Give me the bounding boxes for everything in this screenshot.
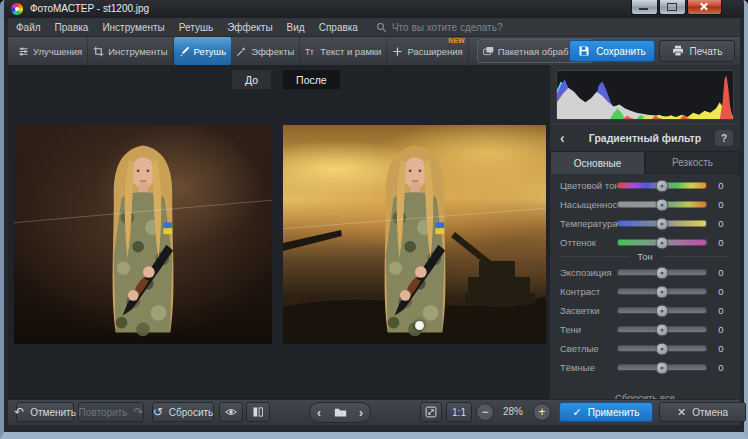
- tab-text[interactable]: Текст и рамки: [300, 37, 387, 65]
- slider-row: Засветки 0: [550, 301, 740, 320]
- actual-size-button[interactable]: 1:1: [446, 402, 472, 422]
- slider-label: Контраст: [560, 286, 617, 297]
- back-icon[interactable]: ‹: [560, 131, 565, 145]
- slider-track[interactable]: [617, 364, 707, 371]
- menu-item[interactable]: Инструменты: [102, 22, 164, 33]
- zoom-in-button[interactable]: +: [533, 403, 551, 421]
- search-box[interactable]: Что вы хотите сделать?: [376, 22, 503, 33]
- slider-track[interactable]: [617, 201, 707, 208]
- fit-screen-button[interactable]: [420, 402, 442, 422]
- slider-track[interactable]: [617, 345, 707, 352]
- redo-button[interactable]: Повторить ↷: [78, 402, 144, 422]
- prev-file-icon[interactable]: ‹: [317, 407, 321, 419]
- editor-canvas: До После: [8, 65, 549, 400]
- next-file-icon[interactable]: ›: [359, 407, 363, 419]
- tab-adjust[interactable]: Улучшения: [13, 37, 88, 65]
- cross-icon: ✕: [677, 406, 686, 419]
- slider-knob[interactable]: [656, 361, 669, 374]
- save-button[interactable]: Сохранить: [569, 40, 655, 62]
- menu-item[interactable]: Правка: [55, 22, 89, 33]
- portrait-figure: [79, 130, 207, 344]
- crop-icon: [93, 46, 104, 57]
- slider-knob[interactable]: [656, 323, 669, 336]
- slider-value: 0: [710, 286, 732, 297]
- new-badge: NEW: [448, 37, 464, 44]
- menu-item[interactable]: Справка: [319, 22, 358, 33]
- brush-icon: [179, 46, 190, 57]
- compare-view-button[interactable]: [246, 402, 270, 422]
- slider-value: 0: [710, 305, 732, 316]
- before-toggle[interactable]: До: [232, 70, 271, 89]
- panel-title: Градиентный фильтр: [550, 132, 740, 144]
- slider-knob[interactable]: [656, 285, 669, 298]
- tab-crop[interactable]: Инструменты: [88, 37, 173, 65]
- tone-section-label: Тон: [560, 250, 730, 263]
- reset-button[interactable]: ↺ Сбросить: [152, 402, 214, 422]
- slider-knob[interactable]: [656, 236, 669, 249]
- compare-icon: [252, 406, 264, 418]
- tab-basic[interactable]: Основные: [550, 151, 645, 174]
- slider-track[interactable]: [617, 288, 707, 295]
- menu-item[interactable]: Ретушь: [179, 22, 213, 33]
- folder-icon[interactable]: [334, 406, 347, 419]
- slider-knob[interactable]: [656, 217, 669, 230]
- menu-item[interactable]: Вид: [287, 22, 305, 33]
- zoom-level: 28%: [495, 406, 531, 417]
- slider-row: Насыщенность 0: [550, 195, 740, 214]
- gradient-handle[interactable]: [415, 321, 424, 330]
- close-button[interactable]: [687, 0, 722, 15]
- minimize-button[interactable]: [631, 0, 658, 15]
- print-button[interactable]: Печать: [659, 40, 735, 62]
- maximize-button[interactable]: [659, 0, 686, 15]
- slider-row: Цветовой тон 0: [550, 176, 740, 195]
- apply-button[interactable]: ✓ Применить: [559, 402, 653, 422]
- after-image[interactable]: [283, 125, 546, 344]
- zoom-out-button[interactable]: −: [476, 403, 494, 421]
- slider-label: Тени: [560, 324, 617, 335]
- slider-label: Температура: [560, 218, 617, 229]
- print-icon: [672, 45, 684, 57]
- reset-icon: ↺: [153, 406, 163, 418]
- cancel-button[interactable]: ✕ Отмена: [659, 402, 746, 422]
- help-icon[interactable]: ?: [715, 130, 733, 146]
- panel-header: ‹ Градиентный фильтр ?: [550, 124, 740, 151]
- slider-row: Контраст 0: [550, 282, 740, 301]
- slider-value: 0: [710, 199, 732, 210]
- settings-panel: ‹ Градиентный фильтр ? Основные Резкость…: [549, 65, 740, 400]
- menu-item[interactable]: Файл: [16, 22, 41, 33]
- slider-row: Экспозиция 0: [550, 263, 740, 282]
- tab-bar: Улучшения Инструменты Ретушь Эффекты Тек…: [8, 37, 740, 66]
- save-icon: [578, 45, 590, 57]
- tab-brush[interactable]: Ретушь: [174, 37, 232, 65]
- slider-label: Светлые: [560, 343, 617, 354]
- undo-button[interactable]: ↶ Отменить: [16, 402, 74, 422]
- slider-track[interactable]: [617, 220, 707, 227]
- slider-value: 0: [710, 237, 732, 248]
- tab-wand[interactable]: Эффекты: [231, 37, 300, 65]
- histogram: [556, 70, 734, 120]
- window-title: ФотоМАСТЕР - st1200.jpg: [30, 3, 149, 14]
- tab-sharpness[interactable]: Резкость: [645, 151, 740, 174]
- after-toggle[interactable]: После: [283, 70, 340, 89]
- slider-knob[interactable]: [656, 198, 669, 211]
- bottom-bar: ↶ Отменить Повторить ↷ ↺ Сбросить ‹ › 1:…: [8, 399, 740, 425]
- slider-knob[interactable]: [656, 342, 669, 355]
- eye-icon: [225, 406, 237, 418]
- app-icon: [11, 3, 23, 15]
- search-icon: [376, 22, 387, 33]
- search-placeholder: Что вы хотите сделать?: [392, 22, 503, 33]
- before-image[interactable]: [14, 125, 272, 344]
- slider-knob[interactable]: [656, 179, 669, 192]
- menu-item[interactable]: Эффекты: [227, 22, 272, 33]
- slider-track[interactable]: [617, 269, 707, 276]
- slider-knob[interactable]: [656, 304, 669, 317]
- slider-track[interactable]: [617, 307, 707, 314]
- title-bar[interactable]: ФотоМАСТЕР - st1200.jpg: [4, 0, 744, 18]
- tab-plus[interactable]: Расширения NEW: [387, 37, 468, 65]
- preview-original-button[interactable]: [219, 402, 243, 422]
- slider-track[interactable]: [617, 326, 707, 333]
- slider-track[interactable]: [617, 239, 707, 246]
- portrait-figure: [351, 130, 479, 344]
- slider-track[interactable]: [617, 182, 707, 189]
- slider-knob[interactable]: [656, 266, 669, 279]
